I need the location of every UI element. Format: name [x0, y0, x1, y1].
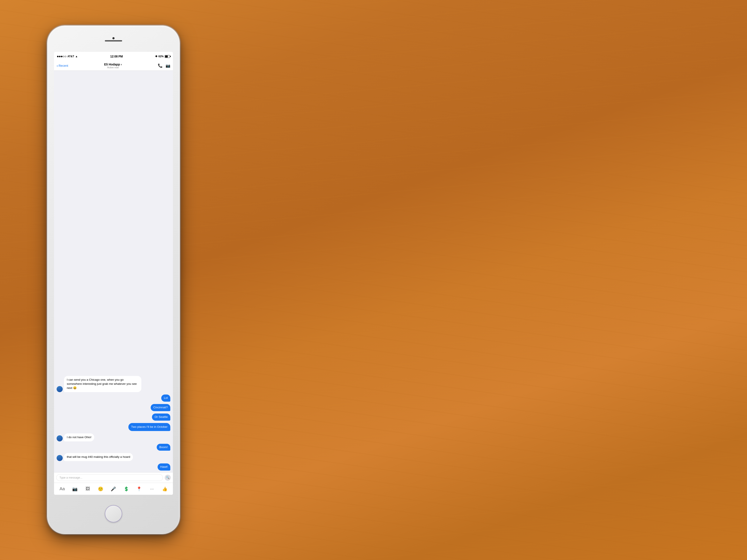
input-area: Type a message... 🔍	[54, 472, 173, 483]
signal-dot-3	[61, 56, 62, 57]
message-bubble: Two places I'll be in October	[128, 423, 170, 431]
message-bubble: Or Seattle	[152, 414, 170, 421]
message-text: Two places I'll be in October	[131, 425, 168, 428]
message-bubble: that will be mug #40 making this officia…	[64, 453, 133, 461]
contact-status: Active now	[104, 66, 122, 69]
avatar	[57, 386, 63, 392]
header-actions: 📞 📷	[158, 63, 170, 68]
message-text: Boom!	[159, 446, 168, 449]
message-row: Lol	[57, 395, 170, 402]
message-input[interactable]: Type a message...	[56, 474, 163, 481]
home-button[interactable]	[105, 505, 122, 523]
video-call-icon[interactable]: 📷	[165, 63, 170, 68]
message-row: Cincinnati?	[57, 404, 170, 411]
signal-dot-4	[63, 56, 65, 57]
bluetooth-icon: ✱	[155, 55, 157, 58]
toolbar-payment-icon[interactable]: 💲	[122, 485, 130, 493]
message-text: I do not have Ohio!	[67, 435, 92, 439]
header-center[interactable]: Eli Hodapp › Active now	[104, 63, 122, 69]
message-bubble: Hawt!	[158, 463, 170, 471]
message-row: Boom!	[57, 444, 170, 451]
avatar-image	[57, 435, 63, 442]
status-right: ✱ 62%	[155, 55, 170, 58]
toolbar: Aa 📷 🖼 🙂 🎤 💲 📍 ··· 👍	[54, 483, 173, 495]
chevron-left-icon: ‹	[57, 64, 58, 68]
battery-fill	[165, 55, 168, 57]
toolbar-font-icon[interactable]: Aa	[58, 485, 66, 493]
front-camera	[112, 37, 114, 39]
message-text: Lol	[164, 396, 168, 399]
contact-name: Eli Hodapp ›	[104, 63, 122, 66]
status-left: AT&T ▲	[57, 55, 78, 58]
phone-screen: AT&T ▲ 12:08 PM ✱ 62% ‹	[54, 52, 173, 495]
input-placeholder: Type a message...	[59, 476, 82, 479]
wifi-icon: ▲	[75, 55, 78, 58]
search-button[interactable]: 🔍	[165, 475, 171, 481]
battery-label: 62%	[158, 55, 164, 58]
message-row: Hawt!	[57, 463, 170, 471]
back-label: Recent	[58, 64, 68, 68]
avatar-image	[57, 386, 63, 392]
message-bubble: Boom!	[157, 444, 170, 451]
phone-shell: AT&T ▲ 12:08 PM ✱ 62% ‹	[48, 26, 179, 534]
avatar	[57, 455, 63, 461]
toolbar-emoji-icon[interactable]: 🙂	[97, 485, 105, 493]
message-text: that will be mug #40 making this officia…	[67, 455, 130, 458]
message-text: I can send you a Chicago one, when you g…	[67, 378, 137, 390]
signal-dots	[57, 56, 66, 57]
toolbar-mic-icon[interactable]: 🎤	[110, 485, 118, 493]
message-row: I can send you a Chicago one, when you g…	[57, 376, 170, 392]
status-time: 12:08 PM	[110, 55, 123, 58]
message-bubble: Cincinnati?	[151, 404, 170, 411]
chat-area: I can send you a Chicago one, when you g…	[54, 71, 173, 495]
speaker	[105, 40, 122, 42]
back-button[interactable]: ‹ Recent	[57, 64, 68, 68]
signal-dot-1	[57, 56, 58, 57]
message-text: Cincinnati?	[153, 406, 168, 409]
message-row: Two places I'll be in October	[57, 423, 170, 431]
signal-dot-5	[65, 56, 66, 57]
message-bubble: I can send you a Chicago one, when you g…	[64, 376, 141, 392]
message-text-or-seattle: Or Seattle	[155, 415, 168, 419]
phone: AT&T ▲ 12:08 PM ✱ 62% ‹	[48, 26, 179, 534]
toolbar-photo-icon[interactable]: 🖼	[84, 485, 92, 493]
toolbar-location-icon[interactable]: 📍	[135, 485, 143, 493]
message-row: Or Seattle	[57, 414, 170, 421]
message-bubble: I do not have Ohio!	[64, 433, 94, 442]
toolbar-like-icon[interactable]: 👍	[161, 485, 169, 493]
battery-icon	[165, 55, 170, 58]
message-row: I do not have Ohio!	[57, 433, 170, 442]
messenger-header: ‹ Recent Eli Hodapp › Active now 📞 📷	[54, 61, 173, 71]
message-text: Hawt!	[160, 465, 168, 469]
message-row: that will be mug #40 making this officia…	[57, 453, 170, 461]
status-bar: AT&T ▲ 12:08 PM ✱ 62%	[54, 52, 173, 61]
call-icon[interactable]: 📞	[158, 63, 162, 68]
signal-dot-2	[59, 56, 60, 57]
toolbar-camera-icon[interactable]: 📷	[71, 485, 79, 493]
avatar	[57, 435, 63, 442]
toolbar-more-icon[interactable]: ···	[148, 485, 156, 493]
avatar-image	[57, 455, 63, 461]
message-bubble: Lol	[161, 395, 170, 402]
carrier-label: AT&T	[68, 55, 74, 58]
search-icon: 🔍	[166, 476, 170, 479]
